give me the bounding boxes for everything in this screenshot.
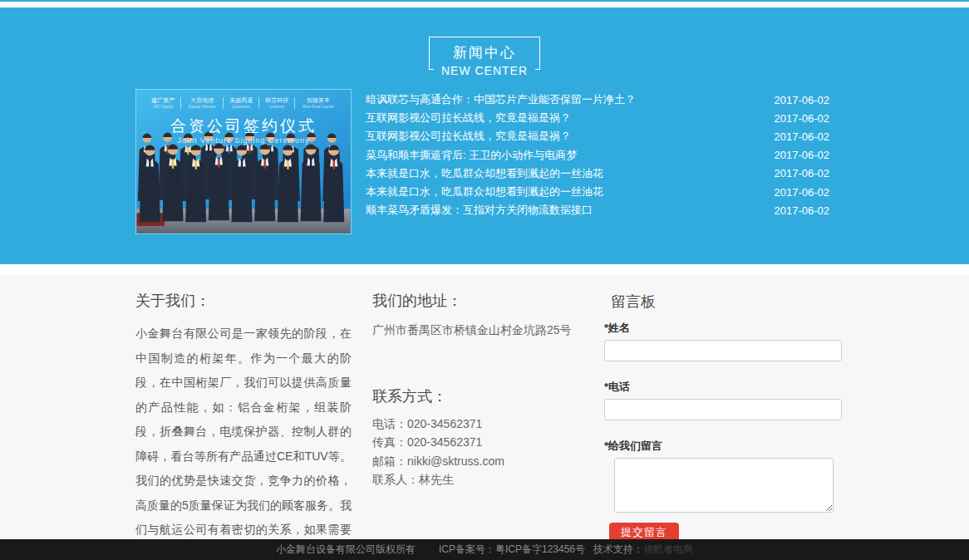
news-item-date: 2017-06-02 bbox=[775, 112, 830, 125]
photo-sponsor: 联芯科技 Leadcore bbox=[259, 97, 295, 109]
footer-icp: ICP备案号：粤ICP备字123456号 bbox=[439, 543, 585, 557]
news-item: 互联网影视公司拉长战线，究竟是福是祸？ 2017-06-02 bbox=[366, 109, 829, 127]
contact-phone: 电话：020-34562371 bbox=[372, 415, 588, 433]
news-list: 暗讽联芯与高通合作：中国芯片产业能否保留一片净土？ 2017-06-02 互联网… bbox=[366, 91, 829, 219]
news-item-link[interactable]: 互联网影视公司拉长战线，究竟是福是祸？ bbox=[366, 111, 758, 125]
footer: 小金舞台设备有限公司版权所有 ICP备案号：粤ICP备字123456号 技术支持… bbox=[0, 539, 969, 560]
news-item: 顺丰菜鸟矛盾爆发：互指对方关闭物流数据接口 2017-06-02 bbox=[366, 201, 829, 219]
contact-lines: 电话：020-34562371 传真：020-34562371 邮箱：nikki… bbox=[372, 415, 588, 489]
news-section-subtitle: NEW CENTER bbox=[434, 64, 535, 77]
news-item-link[interactable]: 本来就是口水，吃瓜群众却想看到溅起的一丝油花 bbox=[366, 166, 758, 181]
news-item-link[interactable]: 菜鸟和顺丰撕逼背后: 王卫的小动作与电商梦 bbox=[366, 148, 758, 163]
news-item-link[interactable]: 暗讽联芯与高通合作：中国芯片产业能否保留一片净土？ bbox=[366, 92, 758, 107]
photo-sponsor: 智路资本 Wise Road Capital bbox=[295, 97, 341, 109]
phone-field[interactable] bbox=[604, 399, 842, 420]
news-section: 新闻中心 NEW CENTER bbox=[0, 7, 969, 264]
footer-support-label: 技术支持： bbox=[593, 543, 643, 557]
news-section-title: 新闻中心 bbox=[430, 43, 539, 62]
contact-person: 联系人：林先生 bbox=[372, 470, 588, 489]
news-item: 互联网影视公司拉长战线，究竟是福是祸？ 2017-06-02 bbox=[366, 127, 829, 145]
message-label: *给我们留言 bbox=[604, 439, 842, 454]
news-item: 菜鸟和顺丰撕逼背后: 王卫的小动作与电商梦 2017-06-02 bbox=[366, 146, 829, 165]
news-item-date: 2017-06-02 bbox=[775, 130, 830, 143]
news-item-link[interactable]: 本来就是口水，吃瓜群众却想看到溅起的一丝油花 bbox=[366, 184, 758, 199]
contact-fax: 传真：020-34562371 bbox=[372, 433, 588, 451]
about-heading: 关于我们： bbox=[135, 291, 352, 311]
message-board-heading: 留言板 bbox=[611, 292, 842, 312]
info-section: 关于我们： 小金舞台有限公司是一家领先的阶段，在中国制造的桁架年。作为一个最大的… bbox=[0, 275, 969, 539]
news-item-date: 2017-06-02 bbox=[775, 167, 830, 179]
news-photo-thumbnail[interactable]: 建广资产 JAC Capital 大唐电信 Datang Telecom 美国高… bbox=[135, 89, 352, 234]
address-heading: 我们的地址： bbox=[372, 291, 588, 311]
footer-support-link[interactable]: 领航者电商 bbox=[643, 543, 693, 557]
news-item: 本来就是口水，吃瓜群众却想看到溅起的一丝油花 2017-06-02 bbox=[366, 165, 829, 183]
contact-heading: 联系方式： bbox=[372, 386, 588, 406]
photo-crowd-illustration bbox=[136, 90, 351, 233]
message-board-column: 留言板 *姓名 *电话 *给我们留言 提交留言 bbox=[604, 287, 842, 543]
news-item-date: 2017-06-02 bbox=[775, 186, 830, 199]
footer-copyright: 小金舞台设备有限公司版权所有 bbox=[276, 543, 416, 557]
photo-title: 合资公司签约仪式 bbox=[136, 115, 351, 137]
message-field[interactable] bbox=[614, 458, 834, 513]
news-item: 暗讽联芯与高通合作：中国芯片产业能否保留一片净土？ 2017-06-02 bbox=[366, 91, 829, 109]
top-accent-line bbox=[0, 0, 969, 2]
phone-label: *电话 bbox=[604, 380, 842, 395]
photo-sponsor: 建广资产 JAC Capital bbox=[145, 97, 181, 109]
photo-sponsor: 大唐电信 Datang Telecom bbox=[181, 97, 224, 109]
about-column: 关于我们： 小金舞台有限公司是一家领先的阶段，在中国制造的桁架年。作为一个最大的… bbox=[135, 291, 352, 560]
news-item-date: 2017-06-02 bbox=[775, 94, 830, 106]
news-item-date: 2017-06-02 bbox=[775, 149, 830, 161]
news-section-title-box: 新闻中心 NEW CENTER bbox=[429, 37, 540, 70]
address-contact-column: 我们的地址： 广州市番禺区市桥镇金山村金坑路25号 联系方式： 电话：020-3… bbox=[372, 291, 588, 489]
news-item-link[interactable]: 互联网影视公司拉长战线，究竟是福是祸？ bbox=[366, 129, 758, 144]
news-item-link[interactable]: 顺丰菜鸟矛盾爆发：互指对方关闭物流数据接口 bbox=[366, 203, 758, 218]
page: 新闻中心 NEW CENTER bbox=[0, 0, 969, 560]
contact-email: 邮箱：nikki@sktruss.com bbox=[372, 452, 588, 470]
news-item-date: 2017-06-02 bbox=[775, 204, 830, 217]
name-field[interactable] bbox=[604, 340, 842, 361]
about-text: 小金舞台有限公司是一家领先的阶段，在中国制造的桁架年。作为一个最大的阶段，在中国… bbox=[135, 322, 352, 560]
photo-sponsor: 美国高通 Qualcomm bbox=[224, 97, 259, 109]
name-label: *姓名 bbox=[604, 321, 842, 336]
photo-sponsor-row: 建广资产 JAC Capital 大唐电信 Datang Telecom 美国高… bbox=[136, 97, 351, 109]
photo-subtitle: Joint Venture Signing Ceremony bbox=[136, 136, 351, 145]
news-item: 本来就是口水，吃瓜群众却想看到溅起的一丝油花 2017-06-02 bbox=[366, 183, 829, 201]
address-text: 广州市番禺区市桥镇金山村金坑路25号 bbox=[372, 323, 588, 338]
